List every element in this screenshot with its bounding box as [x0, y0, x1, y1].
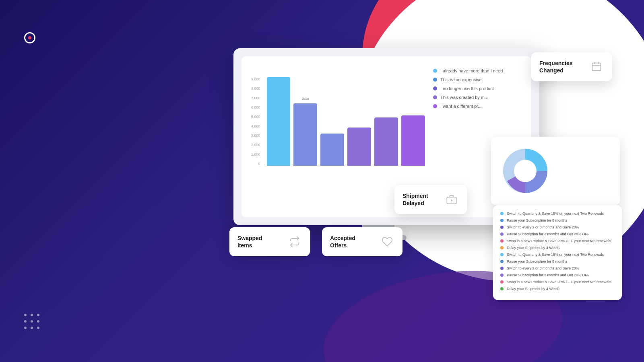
legend-dot [433, 86, 437, 90]
chart-bar [401, 115, 425, 166]
list-item: Pause your Subscription for 8 months [500, 218, 615, 222]
list-dot [500, 239, 504, 243]
bars-container: 3825 [267, 77, 425, 166]
accepted-offers-title: AcceptedOffers [330, 234, 355, 249]
list-item: Delay your Shipment by 4 Weeks [500, 287, 615, 291]
legend-dot [433, 104, 437, 108]
frequencies-icon [589, 60, 604, 74]
legend-text: I already have more than I need [440, 68, 503, 73]
list-dot [500, 287, 504, 290]
chart-bar [374, 117, 398, 166]
list-item: Pause Subscription for 3 months and Get … [500, 273, 615, 277]
y-label: 4,000 [251, 124, 260, 128]
chart-bar [347, 128, 371, 166]
shipment-delayed-card: ShipmentDelayed [394, 185, 467, 214]
dot [24, 314, 27, 316]
list-text: Swap in a new Product & Save 20% OFF you… [507, 239, 611, 243]
list-text: Switch to every 2 or 3 months and Save 2… [507, 225, 579, 229]
legend-dot [433, 95, 437, 99]
monitor-content: 9,000 8,000 7,000 6,000 5,000 4,000 3,00… [242, 56, 531, 217]
svg-point-5 [514, 160, 537, 182]
frequencies-changed-title: FrequenciesChanged [539, 60, 572, 74]
list-item: Switch to every 2 or 3 months and Save 2… [500, 225, 615, 229]
dot [37, 327, 39, 329]
list-item: Delay your Shipment by 4 Weeks [500, 246, 615, 250]
list-text: Switch to every 2 or 3 months and Save 2… [507, 266, 579, 270]
list-text: Pause Subscription for 3 months and Get … [507, 232, 590, 236]
list-dot [500, 219, 504, 222]
dot [24, 320, 27, 323]
list-dot [500, 226, 504, 229]
list-item: Swap in a new Product & Save 20% OFF you… [500, 280, 615, 284]
y-label: 0 [258, 162, 260, 166]
y-axis: 9,000 8,000 7,000 6,000 5,000 4,000 3,00… [251, 77, 263, 166]
list-item: Pause Subscription for 3 months and Get … [500, 232, 615, 236]
y-label: 3,000 [251, 134, 260, 138]
dots-decoration [24, 314, 40, 330]
shipment-icon [444, 192, 459, 207]
y-label: 8,000 [251, 86, 260, 90]
list-dot [500, 246, 504, 249]
y-label: 1,000 [251, 152, 260, 156]
logo [24, 32, 39, 43]
list-dot [500, 267, 504, 270]
y-label: 9,000 [251, 77, 260, 81]
accepted-offers-card: AcceptedOffers [322, 227, 402, 256]
list-text: Swap in a new Product & Save 20% OFF you… [507, 280, 611, 284]
list-text: Delay your Shipment by 4 Weeks [507, 287, 560, 291]
list-dot [500, 253, 504, 256]
list-text: Pause Subscription for 3 months and Get … [507, 273, 590, 277]
legend-text: This is too expensive [440, 77, 482, 82]
swapped-icon [287, 234, 302, 249]
legend-dot [433, 69, 437, 73]
dot [31, 314, 33, 316]
list-item: Switch to every 2 or 3 months and Save 2… [500, 266, 615, 270]
list-item: Pause your Subscription for 8 months [500, 259, 615, 263]
dot [31, 327, 33, 329]
list-text: Delay your Shipment by 4 Weeks [507, 246, 560, 250]
dot [37, 320, 39, 323]
dot [31, 320, 33, 323]
list-dot [500, 260, 504, 263]
list-text: Switch to Quarterly & Save 15% on your n… [507, 253, 604, 257]
y-label: 7,000 [251, 96, 260, 100]
shipment-delayed-title: ShipmentDelayed [402, 192, 428, 207]
legend-dot [433, 78, 437, 82]
legend-item: This is too expensive [433, 77, 522, 82]
swapped-items-title: SwappedItems [237, 234, 262, 249]
y-label: 2,000 [251, 143, 260, 147]
legend-text: This was created by m... [440, 95, 488, 100]
pie-chart-card [491, 137, 620, 205]
bar-chart: 9,000 8,000 7,000 6,000 5,000 4,000 3,00… [251, 69, 425, 166]
list-dot [500, 212, 504, 215]
legend-item: I want a different pr... [433, 104, 522, 109]
chart-bar: 3825 [293, 103, 317, 166]
swapped-items-card: SwappedItems [229, 227, 310, 256]
pie-chart-svg [499, 145, 551, 197]
list-text: Switch to Quarterly & Save 15% on your n… [507, 212, 604, 216]
svg-rect-0 [592, 63, 601, 71]
legend-item: This was created by m... [433, 95, 522, 100]
legend-item: I no longer use this product [433, 86, 522, 91]
list-dot [500, 274, 504, 277]
list-dot [500, 280, 504, 284]
list-item: Swap in a new Product & Save 20% OFF you… [500, 239, 615, 243]
chart-bar [320, 134, 344, 166]
logo-icon [24, 32, 35, 43]
list-item: Switch to Quarterly & Save 15% on your n… [500, 212, 615, 216]
bar-label: 3825 [302, 97, 309, 101]
y-label: 6,000 [251, 105, 260, 109]
list-dot [500, 232, 504, 236]
y-label: 5,000 [251, 115, 260, 119]
chart-bar [267, 77, 291, 166]
list-text: Pause your Subscription for 8 months [507, 259, 567, 263]
legend-text: I want a different pr... [440, 104, 482, 109]
frequencies-changed-card: FrequenciesChanged [531, 52, 612, 81]
accepted-icon [380, 234, 394, 249]
left-content-area [24, 32, 39, 108]
dot [24, 327, 27, 329]
legend-text: I no longer use this product [440, 86, 494, 91]
list-text: Pause your Subscription for 8 months [507, 218, 567, 222]
legend-item: I already have more than I need [433, 68, 522, 73]
dot [37, 314, 39, 316]
